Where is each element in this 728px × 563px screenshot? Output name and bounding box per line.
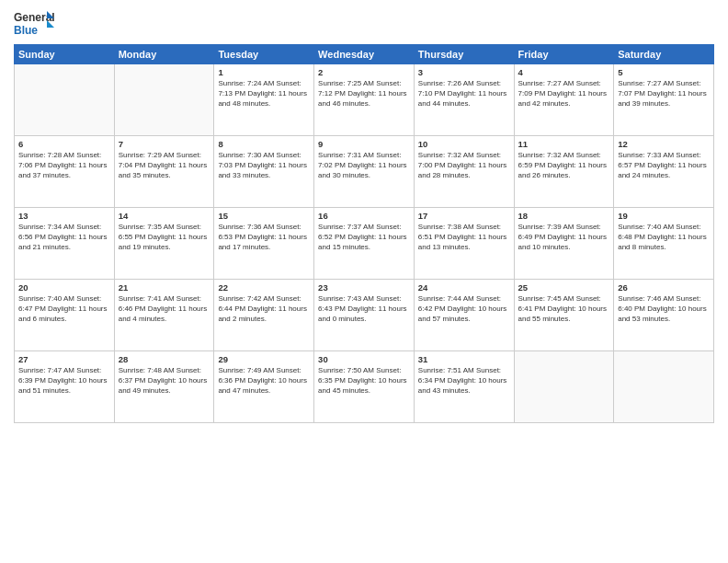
day-number: 15	[218, 211, 310, 221]
day-cell: 25Sunrise: 7:45 AM Sunset: 6:41 PM Dayli…	[514, 280, 614, 351]
day-cell: 16Sunrise: 7:37 AM Sunset: 6:52 PM Dayli…	[314, 208, 415, 280]
day-cell: 22Sunrise: 7:42 AM Sunset: 6:44 PM Dayli…	[214, 280, 314, 351]
week-row-1: 1Sunrise: 7:24 AM Sunset: 7:13 PM Daylig…	[15, 64, 714, 136]
day-number: 27	[18, 354, 110, 364]
day-info: Sunrise: 7:46 AM Sunset: 6:40 PM Dayligh…	[618, 294, 710, 324]
header: GeneralBlue	[14, 9, 714, 39]
day-info: Sunrise: 7:39 AM Sunset: 6:49 PM Dayligh…	[518, 223, 610, 252]
day-number: 12	[618, 139, 710, 149]
day-info: Sunrise: 7:28 AM Sunset: 7:06 PM Dayligh…	[18, 151, 110, 180]
day-info: Sunrise: 7:27 AM Sunset: 7:09 PM Dayligh…	[518, 79, 610, 109]
day-number: 30	[318, 354, 410, 364]
day-cell: 29Sunrise: 7:49 AM Sunset: 6:36 PM Dayli…	[214, 351, 314, 423]
day-cell: 5Sunrise: 7:27 AM Sunset: 7:07 PM Daylig…	[614, 64, 714, 136]
day-number: 19	[618, 211, 710, 221]
day-info: Sunrise: 7:37 AM Sunset: 6:52 PM Dayligh…	[318, 223, 410, 252]
day-cell: 14Sunrise: 7:35 AM Sunset: 6:55 PM Dayli…	[114, 208, 214, 280]
day-info: Sunrise: 7:40 AM Sunset: 6:47 PM Dayligh…	[18, 294, 110, 324]
day-cell: 7Sunrise: 7:29 AM Sunset: 7:04 PM Daylig…	[114, 136, 214, 208]
day-info: Sunrise: 7:34 AM Sunset: 6:56 PM Dayligh…	[18, 223, 110, 252]
day-cell: 15Sunrise: 7:36 AM Sunset: 6:53 PM Dayli…	[214, 208, 314, 280]
day-number: 18	[518, 211, 610, 221]
day-cell: 18Sunrise: 7:39 AM Sunset: 6:49 PM Dayli…	[514, 208, 614, 280]
day-cell: 8Sunrise: 7:30 AM Sunset: 7:03 PM Daylig…	[214, 136, 314, 208]
week-row-4: 20Sunrise: 7:40 AM Sunset: 6:47 PM Dayli…	[15, 280, 714, 351]
day-number: 23	[318, 282, 410, 293]
day-number: 3	[418, 67, 510, 77]
day-info: Sunrise: 7:32 AM Sunset: 7:00 PM Dayligh…	[418, 151, 510, 180]
header-wednesday: Wednesday	[314, 45, 415, 64]
day-number: 11	[518, 139, 610, 149]
day-number: 25	[518, 282, 610, 293]
day-info: Sunrise: 7:24 AM Sunset: 7:13 PM Dayligh…	[218, 79, 310, 109]
day-cell: 28Sunrise: 7:48 AM Sunset: 6:37 PM Dayli…	[114, 351, 214, 423]
day-cell: 21Sunrise: 7:41 AM Sunset: 6:46 PM Dayli…	[114, 280, 214, 351]
day-number: 1	[218, 67, 310, 77]
day-number: 24	[418, 282, 510, 293]
day-number: 28	[119, 354, 210, 364]
day-info: Sunrise: 7:51 AM Sunset: 6:34 PM Dayligh…	[418, 366, 510, 396]
header-tuesday: Tuesday	[214, 45, 314, 64]
calendar-header-row: SundayMondayTuesdayWednesdayThursdayFrid…	[15, 45, 714, 64]
day-info: Sunrise: 7:44 AM Sunset: 6:42 PM Dayligh…	[418, 294, 510, 324]
day-number: 7	[119, 139, 210, 149]
header-friday: Friday	[514, 45, 614, 64]
day-info: Sunrise: 7:35 AM Sunset: 6:55 PM Dayligh…	[119, 223, 210, 252]
day-cell: 26Sunrise: 7:46 AM Sunset: 6:40 PM Dayli…	[614, 280, 714, 351]
day-info: Sunrise: 7:26 AM Sunset: 7:10 PM Dayligh…	[418, 79, 510, 109]
day-info: Sunrise: 7:33 AM Sunset: 6:57 PM Dayligh…	[618, 151, 710, 180]
day-cell: 17Sunrise: 7:38 AM Sunset: 6:51 PM Dayli…	[414, 208, 514, 280]
calendar-table: SundayMondayTuesdayWednesdayThursdayFrid…	[14, 44, 714, 423]
day-cell: 4Sunrise: 7:27 AM Sunset: 7:09 PM Daylig…	[514, 64, 614, 136]
day-number: 20	[18, 282, 110, 293]
logo: GeneralBlue	[14, 9, 55, 39]
header-saturday: Saturday	[614, 45, 714, 64]
day-info: Sunrise: 7:41 AM Sunset: 6:46 PM Dayligh…	[119, 294, 210, 324]
day-info: Sunrise: 7:47 AM Sunset: 6:39 PM Dayligh…	[18, 366, 110, 396]
week-row-3: 13Sunrise: 7:34 AM Sunset: 6:56 PM Dayli…	[15, 208, 714, 280]
day-info: Sunrise: 7:40 AM Sunset: 6:48 PM Dayligh…	[618, 223, 710, 252]
day-number: 21	[119, 282, 210, 293]
day-cell	[114, 64, 214, 136]
day-cell: 9Sunrise: 7:31 AM Sunset: 7:02 PM Daylig…	[314, 136, 415, 208]
day-info: Sunrise: 7:43 AM Sunset: 6:43 PM Dayligh…	[318, 294, 410, 324]
day-info: Sunrise: 7:30 AM Sunset: 7:03 PM Dayligh…	[218, 151, 310, 180]
day-info: Sunrise: 7:25 AM Sunset: 7:12 PM Dayligh…	[318, 79, 410, 109]
day-number: 13	[18, 211, 110, 221]
day-cell	[514, 351, 614, 423]
day-cell: 1Sunrise: 7:24 AM Sunset: 7:13 PM Daylig…	[214, 64, 314, 136]
day-info: Sunrise: 7:36 AM Sunset: 6:53 PM Dayligh…	[218, 223, 310, 252]
day-info: Sunrise: 7:29 AM Sunset: 7:04 PM Dayligh…	[119, 151, 210, 180]
day-cell: 10Sunrise: 7:32 AM Sunset: 7:00 PM Dayli…	[414, 136, 514, 208]
day-cell: 20Sunrise: 7:40 AM Sunset: 6:47 PM Dayli…	[15, 280, 115, 351]
day-number: 5	[618, 67, 710, 77]
day-info: Sunrise: 7:45 AM Sunset: 6:41 PM Dayligh…	[518, 294, 610, 324]
day-info: Sunrise: 7:50 AM Sunset: 6:35 PM Dayligh…	[318, 366, 410, 396]
day-number: 22	[218, 282, 310, 293]
day-number: 16	[318, 211, 410, 221]
day-cell: 31Sunrise: 7:51 AM Sunset: 6:34 PM Dayli…	[414, 351, 514, 423]
day-cell: 12Sunrise: 7:33 AM Sunset: 6:57 PM Dayli…	[614, 136, 714, 208]
day-number: 2	[318, 67, 410, 77]
day-info: Sunrise: 7:32 AM Sunset: 6:59 PM Dayligh…	[518, 151, 610, 180]
day-cell: 2Sunrise: 7:25 AM Sunset: 7:12 PM Daylig…	[314, 64, 415, 136]
day-info: Sunrise: 7:48 AM Sunset: 6:37 PM Dayligh…	[119, 366, 210, 396]
day-cell: 30Sunrise: 7:50 AM Sunset: 6:35 PM Dayli…	[314, 351, 415, 423]
day-number: 8	[218, 139, 310, 149]
day-number: 26	[618, 282, 710, 293]
day-cell: 6Sunrise: 7:28 AM Sunset: 7:06 PM Daylig…	[15, 136, 115, 208]
day-info: Sunrise: 7:27 AM Sunset: 7:07 PM Dayligh…	[618, 79, 710, 109]
week-row-5: 27Sunrise: 7:47 AM Sunset: 6:39 PM Dayli…	[15, 351, 714, 423]
day-cell: 19Sunrise: 7:40 AM Sunset: 6:48 PM Dayli…	[614, 208, 714, 280]
day-cell: 3Sunrise: 7:26 AM Sunset: 7:10 PM Daylig…	[414, 64, 514, 136]
day-cell: 23Sunrise: 7:43 AM Sunset: 6:43 PM Dayli…	[314, 280, 415, 351]
logo-svg: GeneralBlue	[14, 9, 55, 39]
day-number: 9	[318, 139, 410, 149]
day-number: 31	[418, 354, 510, 364]
day-info: Sunrise: 7:31 AM Sunset: 7:02 PM Dayligh…	[318, 151, 410, 180]
day-info: Sunrise: 7:38 AM Sunset: 6:51 PM Dayligh…	[418, 223, 510, 252]
day-info: Sunrise: 7:49 AM Sunset: 6:36 PM Dayligh…	[218, 366, 310, 396]
day-cell: 24Sunrise: 7:44 AM Sunset: 6:42 PM Dayli…	[414, 280, 514, 351]
svg-text:Blue: Blue	[14, 24, 38, 37]
day-number: 14	[119, 211, 210, 221]
